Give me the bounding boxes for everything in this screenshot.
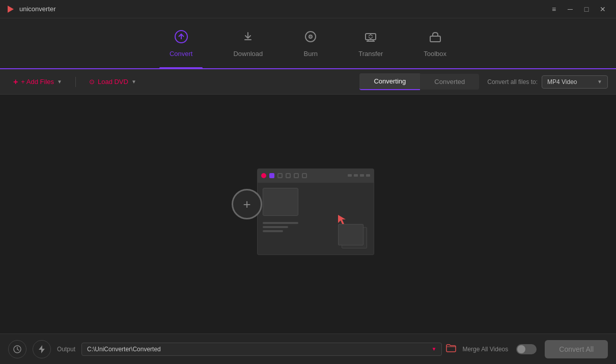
load-dvd-label: Load DVD: [98, 78, 128, 86]
window-dot-2: [354, 174, 358, 177]
format-dropdown[interactable]: MP4 Video ▼: [542, 75, 608, 89]
nav-item-convert[interactable]: Convert: [159, 24, 203, 63]
file-info-lines: [263, 222, 298, 232]
converted-tab[interactable]: Converted: [420, 74, 479, 90]
lightning-button[interactable]: [33, 340, 51, 358]
file-thumbnail: [263, 188, 298, 216]
add-files-dropdown-arrow: ▼: [57, 79, 62, 85]
window-dot-1: [348, 174, 352, 177]
convert-label: Convert: [170, 50, 193, 58]
svg-marker-0: [8, 6, 14, 13]
convert-icon: [174, 30, 188, 47]
titlebar-dot-1: [277, 173, 283, 178]
output-path-field[interactable]: C:\UniConverter\Converted ▼: [81, 343, 442, 356]
download-label: Download: [233, 50, 263, 58]
toolbar-tabs: Converting Converted: [359, 73, 479, 90]
toolbar: + + Add Files ▼ ⊙ Load DVD ▼ Converting …: [0, 69, 616, 95]
separator: [75, 77, 76, 87]
window-body: [257, 183, 374, 255]
add-files-button[interactable]: + + Add Files ▼: [8, 74, 67, 90]
svg-rect-6: [430, 36, 440, 42]
toolbar-right: Convert all files to: MP4 Video ▼: [487, 75, 608, 89]
output-label: Output: [57, 346, 75, 353]
app-name: uniconverter: [19, 5, 56, 13]
window-dot-3: [360, 174, 364, 177]
output-square-front: [338, 224, 363, 245]
transfer-icon: [363, 30, 378, 47]
file-window-illustration: [257, 169, 374, 255]
convert-all-files-label: Convert all files to:: [487, 78, 538, 86]
title-bar-left: uniconverter: [6, 5, 56, 14]
dvd-icon: ⊙: [89, 78, 95, 86]
window-right-pane: [303, 188, 369, 249]
titlebar-dot-4: [302, 173, 307, 178]
toolbar-left: + + Add Files ▼ ⊙ Load DVD ▼: [8, 74, 359, 90]
format-dropdown-arrow: ▼: [597, 79, 602, 85]
nav-item-burn[interactable]: Burn: [293, 24, 328, 63]
title-bar-controls: ≡ ─ □ ✕: [547, 4, 610, 15]
nav-item-toolbox[interactable]: Toolbox: [413, 24, 457, 63]
transfer-label: Transfer: [358, 50, 383, 58]
window-dots-right: [348, 174, 370, 177]
hamburger-button[interactable]: ≡: [547, 4, 561, 15]
titlebar-dot-3: [294, 173, 299, 178]
main-content: +: [0, 95, 616, 333]
load-dvd-button[interactable]: ⊙ Load DVD ▼: [84, 75, 142, 89]
window-dot-4: [366, 174, 370, 177]
toolbox-label: Toolbox: [424, 50, 446, 58]
load-dvd-dropdown-arrow: ▼: [131, 79, 136, 85]
file-line-2: [263, 226, 288, 228]
path-dropdown-arrow: ▼: [432, 346, 437, 352]
open-folder-button[interactable]: [446, 344, 456, 354]
empty-illustration: +: [237, 169, 379, 260]
download-icon: [241, 30, 255, 47]
bottom-right-controls: Merge All Videos Convert All: [462, 340, 608, 358]
add-files-illustration-circle[interactable]: +: [232, 189, 262, 219]
minimize-button[interactable]: ─: [563, 4, 577, 15]
toolbox-icon: [428, 30, 442, 47]
app-logo: [6, 5, 15, 14]
close-button[interactable]: ✕: [596, 4, 610, 15]
convert-all-button[interactable]: Convert All: [545, 340, 608, 358]
nav-bar: Convert Download Burn: [0, 18, 616, 69]
bottom-bar: Output C:\UniConverter\Converted ▼ Merge…: [0, 333, 616, 364]
empty-state: +: [237, 169, 379, 260]
burn-label: Burn: [304, 50, 318, 58]
burn-icon: [303, 30, 318, 47]
file-line-3: [263, 230, 283, 232]
output-path-container: C:\UniConverter\Converted ▼: [81, 343, 456, 356]
file-line-1: [263, 222, 298, 224]
converting-tab[interactable]: Converting: [359, 73, 420, 90]
nav-item-download[interactable]: Download: [223, 24, 273, 63]
history-button[interactable]: [8, 340, 26, 358]
format-selected: MP4 Video: [547, 78, 577, 86]
nav-item-transfer[interactable]: Transfer: [348, 24, 393, 63]
titlebar-dot-red: [261, 173, 266, 178]
output-path-value: C:\UniConverter\Converted: [87, 346, 161, 353]
titlebar-dot-2: [286, 173, 291, 178]
add-files-label: + Add Files: [21, 78, 54, 86]
title-bar: uniconverter ≡ ─ □ ✕: [0, 0, 616, 18]
merge-toggle[interactable]: [516, 344, 537, 354]
titlebar-dot-purple: [269, 173, 274, 178]
window-titlebar: [257, 169, 374, 183]
window-left-pane: [263, 188, 298, 249]
svg-point-4: [310, 36, 311, 37]
merge-all-videos-label: Merge All Videos: [462, 346, 508, 353]
plus-icon: +: [13, 77, 18, 87]
maximize-button[interactable]: □: [579, 4, 594, 15]
